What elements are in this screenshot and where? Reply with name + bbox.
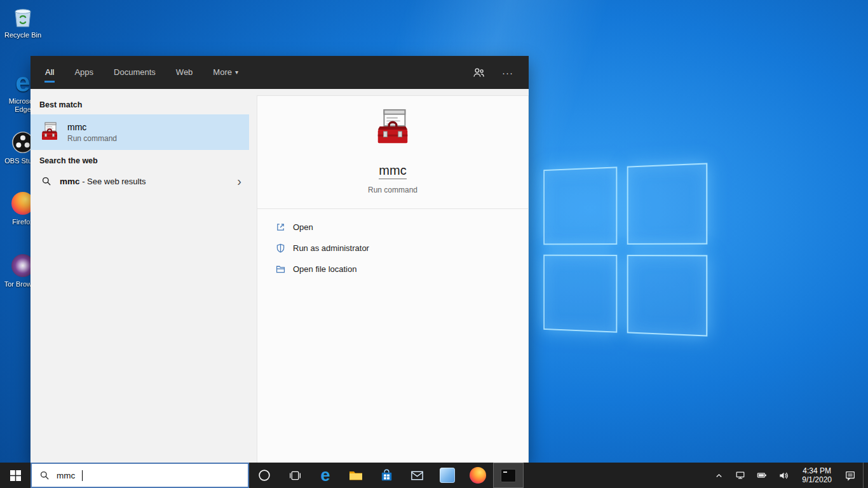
task-view-button[interactable] [280,463,310,488]
search-icon [39,470,50,480]
taskbar-command-prompt-button[interactable] [493,463,524,488]
action-center-icon [844,470,856,481]
taskbar-clock[interactable]: 4:34 PM 9/1/2020 [796,466,837,484]
text-cursor [82,470,83,481]
search-the-web-header: Search the web [31,150,249,170]
best-match-result-mmc[interactable]: mmc Run command [31,114,249,150]
search-icon [41,176,51,186]
tab-documents[interactable]: Documents [113,62,156,83]
web-query: mmc [60,177,80,186]
chevron-up-icon [714,471,724,480]
account-icon[interactable] [472,66,485,79]
task-view-icon [288,469,302,482]
preview-title: mmc [379,163,406,179]
windows-desktop: Recycle Bin e Microsoft Edge OBS Studio … [0,0,868,488]
command-prompt-icon [501,469,516,482]
preview-subtitle: Run command [368,186,417,194]
folder-location-icon [275,264,286,274]
file-explorer-icon [348,468,363,483]
mmc-toolbox-icon-large [373,109,412,148]
cortana-button[interactable] [249,463,280,488]
web-search-result[interactable]: mmc - See web results › [31,170,249,192]
more-options-icon[interactable]: ··· [502,67,513,78]
windows-logo [543,163,707,336]
preview-actions: Open Run as administrator [257,209,528,280]
action-center-button[interactable] [840,463,860,488]
action-open[interactable]: Open [275,217,528,238]
mail-icon [410,468,424,483]
hidden-icons-button[interactable] [710,463,728,488]
speaker-icon [778,470,789,481]
tab-web[interactable]: Web [175,62,194,83]
open-icon [275,222,286,233]
chevron-down-icon: ▾ [235,69,238,76]
result-preview-pane: mmc Run command Open [257,95,529,463]
clock-date: 9/1/2020 [802,475,832,484]
desktop-icon-label: Recycle Bin [3,31,43,39]
mmc-toolbox-icon [39,122,60,142]
taskbar: mmc e [0,463,868,488]
microsoft-store-icon [379,468,394,483]
taskbar-firefox-button[interactable] [463,463,493,488]
search-results-list: Best match [31,89,249,463]
result-title: mmc [67,122,117,132]
tab-all[interactable]: All [44,62,55,83]
chevron-right-icon[interactable]: › [237,177,241,186]
recycle-bin-icon [10,4,36,29]
shield-icon [275,243,286,254]
taskbar-pinned-app-button[interactable] [432,463,463,488]
show-desktop-button[interactable] [863,463,867,488]
start-button[interactable] [0,463,31,488]
desktop-icon-recycle-bin[interactable]: Recycle Bin [3,4,43,39]
search-filter-tabs: All Apps Documents Web More ▾ [31,56,529,89]
taskbar-file-explorer-button[interactable] [341,463,371,488]
battery-tray-button[interactable] [752,463,771,488]
action-open-file-location[interactable]: Open file location [275,259,528,280]
web-suffix: - See web results [80,177,146,186]
taskbar-edge-button[interactable]: e [310,463,341,488]
system-tray: 4:34 PM 9/1/2020 [710,463,868,488]
action-run-as-administrator[interactable]: Run as administrator [275,238,528,259]
taskbar-search-input[interactable]: mmc [31,463,249,488]
volume-tray-button[interactable] [774,463,794,488]
edge-icon: e [320,467,330,484]
windows-start-icon [10,470,21,481]
firefox-icon [470,467,486,484]
tab-apps[interactable]: Apps [74,62,94,83]
cortana-icon [257,468,271,482]
pinned-app-icon [440,468,455,483]
search-input-value: mmc [57,471,75,480]
network-tray-button[interactable] [731,463,750,488]
battery-icon [757,470,767,480]
best-match-header: Best match [31,94,249,114]
taskbar-mail-button[interactable] [402,463,432,488]
tab-more[interactable]: More ▾ [212,62,239,83]
search-flyout: All Apps Documents Web More ▾ [31,56,529,463]
taskbar-store-button[interactable] [371,463,402,488]
clock-time: 4:34 PM [803,466,831,475]
result-subtitle: Run command [67,134,117,143]
network-ethernet-icon [735,470,745,480]
